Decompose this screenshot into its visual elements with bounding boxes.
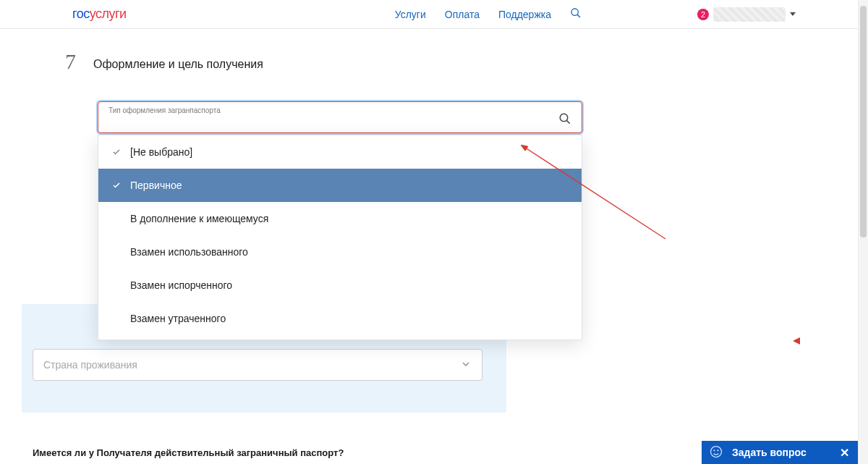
notifications-badge[interactable]: 2 <box>697 9 709 20</box>
svg-point-0 <box>571 9 578 15</box>
chat-widget[interactable]: Задать вопрос ✕ <box>702 441 858 464</box>
annotation-triangle-icon <box>793 337 800 345</box>
option-label: [Не выбрано] <box>130 146 192 158</box>
passport-type-field: Тип оформления загранпаспорта [Не выбран… <box>98 101 582 133</box>
svg-line-1 <box>577 14 580 17</box>
caret-down-icon <box>790 12 796 16</box>
user-name-redacted <box>713 7 786 22</box>
option-replace-damaged[interactable]: Взамен испорченного <box>98 269 582 302</box>
main-nav: Услуги Оплата Поддержка <box>395 7 582 22</box>
option-label: В дополнение к имеющемуся <box>130 213 268 224</box>
logo-part-uslugi: услуги <box>90 7 127 21</box>
option-replace-lost[interactable]: Взамен утраченного <box>98 302 582 335</box>
question-text: Имеется ли у Получателя действительный з… <box>33 447 344 458</box>
option-label: Взамен использованного <box>130 246 248 258</box>
step-header: 7 Оформление и цель получения <box>65 51 868 72</box>
close-icon[interactable]: ✕ <box>840 446 849 460</box>
passport-type-dropdown: [Не выбрано] Первичное В дополнение к им… <box>98 135 582 340</box>
svg-point-5 <box>711 446 722 457</box>
input-floating-label: Тип оформления загранпаспорта <box>109 106 551 114</box>
check-icon <box>111 148 122 156</box>
nav-support[interactable]: Поддержка <box>498 9 551 20</box>
chat-face-icon <box>709 444 723 461</box>
nav-services[interactable]: Услуги <box>395 9 426 20</box>
option-label: Взамен испорченного <box>130 279 232 291</box>
svg-point-7 <box>718 450 718 450</box>
svg-point-2 <box>560 114 568 122</box>
chat-label: Задать вопрос <box>732 447 807 458</box>
svg-point-6 <box>714 450 715 450</box>
search-icon[interactable] <box>558 112 571 128</box>
option-none[interactable]: [Не выбрано] <box>98 135 582 169</box>
option-primary[interactable]: Первичное <box>98 169 582 202</box>
check-icon <box>111 181 122 190</box>
option-label: Первичное <box>130 180 182 191</box>
step-number: 7 <box>65 51 76 72</box>
chevron-down-icon <box>460 358 472 372</box>
site-logo[interactable]: госуслуги <box>72 7 127 22</box>
option-label: Взамен утраченного <box>130 313 226 324</box>
existing-passport-question: Имеется ли у Получателя действительный з… <box>33 447 344 464</box>
passport-type-input[interactable]: Тип оформления загранпаспорта <box>98 101 582 133</box>
search-icon[interactable] <box>570 7 582 22</box>
option-replace-used[interactable]: Взамен использованного <box>98 235 582 269</box>
user-menu[interactable]: 2 <box>697 7 796 22</box>
nav-payment[interactable]: Оплата <box>445 9 480 20</box>
country-select[interactable]: Страна проживания <box>33 349 482 381</box>
country-placeholder: Страна проживания <box>43 359 137 371</box>
option-addition[interactable]: В дополнение к имеющемуся <box>98 202 582 235</box>
step-title: Оформление и цель получения <box>93 58 263 71</box>
logo-part-gos: гос <box>72 7 90 21</box>
form-step-7: 7 Оформление и цель получения Страна про… <box>0 29 868 133</box>
site-header: госуслуги Услуги Оплата Поддержка 2 <box>0 0 868 29</box>
svg-line-3 <box>567 121 570 124</box>
